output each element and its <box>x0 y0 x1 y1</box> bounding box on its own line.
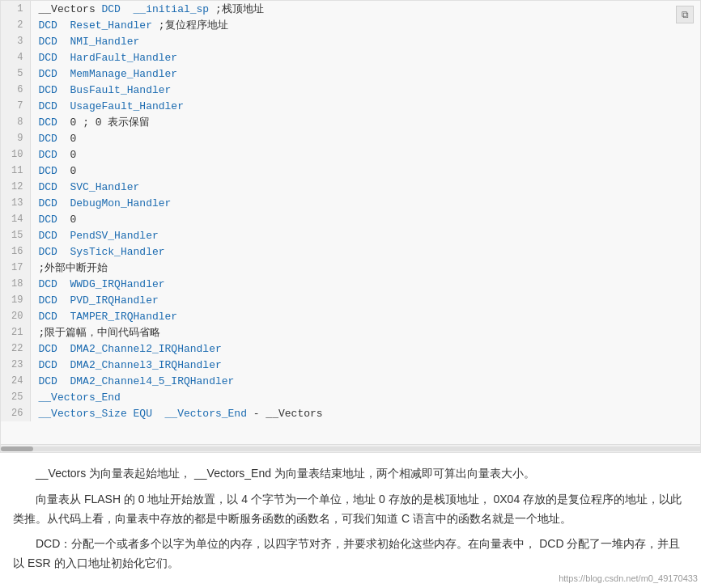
line-number: 14 <box>1 211 30 227</box>
line-number: 20 <box>1 308 30 324</box>
line-number: 16 <box>1 243 30 260</box>
table-row: 24DCD DMA2_Channel4_5_IRQHandler <box>1 373 700 389</box>
table-row: 11DCD 0 <box>1 163 700 179</box>
table-row: 1__Vectors DCD __initial_sp ;栈顶地址 <box>1 1 700 17</box>
line-code: ;限于篇幅，中间代码省略 <box>30 324 700 341</box>
table-row: 15DCD PendSV_Handler <box>1 227 700 243</box>
line-code: DCD NMI_Handler <box>30 33 700 49</box>
line-code: DCD 0 <box>30 130 700 146</box>
table-row: 6DCD BusFault_Handler <box>1 82 700 98</box>
text-paragraph: 向量表从 FLASH 的 0 地址开始放置，以 4 个字节为一个单位，地址 0 … <box>13 490 688 529</box>
scrollbar-track <box>1 446 700 451</box>
line-number: 15 <box>1 227 30 243</box>
table-row: 10DCD 0 <box>1 146 700 163</box>
table-row: 2DCD Reset_Handler ;复位程序地址 <box>1 17 700 33</box>
line-code: DCD MemManage_Handler <box>30 66 700 82</box>
csdn-link[interactable]: https://blog.csdn.net/m0_49170433 <box>559 571 698 586</box>
line-code: DCD 0 ; 0 表示保留 <box>30 114 700 130</box>
line-code: ;外部中断开始 <box>30 260 700 276</box>
line-code: DCD Reset_Handler ;复位程序地址 <box>30 17 700 33</box>
line-code: DCD 0 <box>30 146 700 163</box>
table-row: 3DCD NMI_Handler <box>1 33 700 49</box>
line-number: 4 <box>1 49 30 66</box>
table-row: 18DCD WWDG_IRQHandler <box>1 276 700 292</box>
line-number: 13 <box>1 195 30 211</box>
line-code: DCD TAMPER_IRQHandler <box>30 308 700 324</box>
line-number: 23 <box>1 357 30 373</box>
line-number: 24 <box>1 373 30 389</box>
line-number: 25 <box>1 389 30 405</box>
text-paragraph: DCD：分配一个或者多个以字为单位的内存，以四字节对齐，并要求初始化这些内存。在… <box>13 535 688 573</box>
horizontal-scrollbar[interactable] <box>1 444 700 452</box>
table-row: 4DCD HardFault_Handler <box>1 49 700 66</box>
table-row: 9DCD 0 <box>1 130 700 146</box>
table-row: 8DCD 0 ; 0 表示保留 <box>1 114 700 130</box>
line-code: DCD HardFault_Handler <box>30 49 700 66</box>
line-number: 12 <box>1 179 30 195</box>
text-section: __Vectors 为向量表起始地址， __Vectors_End 为向量表结束… <box>0 453 701 588</box>
line-number: 26 <box>1 405 30 421</box>
line-code: __Vectors_Size EQU __Vectors_End - __Vec… <box>30 405 700 421</box>
table-row: 12DCD SVC_Handler <box>1 179 700 195</box>
line-number: 3 <box>1 33 30 49</box>
line-number: 22 <box>1 341 30 357</box>
line-number: 6 <box>1 82 30 98</box>
table-row: 22DCD DMA2_Channel2_IRQHandler <box>1 341 700 357</box>
table-row: 21;限于篇幅，中间代码省略 <box>1 324 700 341</box>
line-code: DCD BusFault_Handler <box>30 82 700 98</box>
table-row: 26__Vectors_Size EQU __Vectors_End - __V… <box>1 405 700 421</box>
line-code: DCD DMA2_Channel4_5_IRQHandler <box>30 373 700 389</box>
line-code: DCD SVC_Handler <box>30 179 700 195</box>
table-row: 25__Vectors_End <box>1 389 700 405</box>
line-code: DCD DMA2_Channel3_IRQHandler <box>30 357 700 373</box>
line-number: 17 <box>1 260 30 276</box>
table-row: 5DCD MemManage_Handler <box>1 66 700 82</box>
line-number: 10 <box>1 146 30 163</box>
line-code: __Vectors_End <box>30 389 700 405</box>
table-row: 14DCD 0 <box>1 211 700 227</box>
table-row: 7DCD UsageFault_Handler <box>1 98 700 114</box>
table-row: 23DCD DMA2_Channel3_IRQHandler <box>1 357 700 373</box>
line-number: 1 <box>1 1 30 17</box>
line-number: 7 <box>1 98 30 114</box>
line-code: DCD DebugMon_Handler <box>30 195 700 211</box>
table-row: 20DCD TAMPER_IRQHandler <box>1 308 700 324</box>
table-row: 13DCD DebugMon_Handler <box>1 195 700 211</box>
line-code: DCD 0 <box>30 163 700 179</box>
line-code: __Vectors DCD __initial_sp ;栈顶地址 <box>30 1 700 17</box>
copy-button[interactable] <box>676 6 694 23</box>
line-code: DCD PVD_IRQHandler <box>30 292 700 308</box>
code-block: 1__Vectors DCD __initial_sp ;栈顶地址2DCD Re… <box>0 0 701 453</box>
code-table: 1__Vectors DCD __initial_sp ;栈顶地址2DCD Re… <box>1 1 700 421</box>
line-code: DCD WWDG_IRQHandler <box>30 276 700 292</box>
line-number: 5 <box>1 66 30 82</box>
table-row: 19DCD PVD_IRQHandler <box>1 292 700 308</box>
line-number: 11 <box>1 163 30 179</box>
line-number: 9 <box>1 130 30 146</box>
line-number: 2 <box>1 17 30 33</box>
line-code: DCD DMA2_Channel2_IRQHandler <box>30 341 700 357</box>
line-number: 19 <box>1 292 30 308</box>
table-row: 16DCD SysTick_Handler <box>1 243 700 260</box>
scrollbar-thumb[interactable] <box>1 446 33 451</box>
text-paragraph: __Vectors 为向量表起始地址， __Vectors_End 为向量表结束… <box>13 464 688 484</box>
line-number: 8 <box>1 114 30 130</box>
line-code: DCD SysTick_Handler <box>30 243 700 260</box>
line-number: 21 <box>1 324 30 341</box>
line-code: DCD 0 <box>30 211 700 227</box>
table-row: 17;外部中断开始 <box>1 260 700 276</box>
line-number: 18 <box>1 276 30 292</box>
line-code: DCD UsageFault_Handler <box>30 98 700 114</box>
line-code: DCD PendSV_Handler <box>30 227 700 243</box>
